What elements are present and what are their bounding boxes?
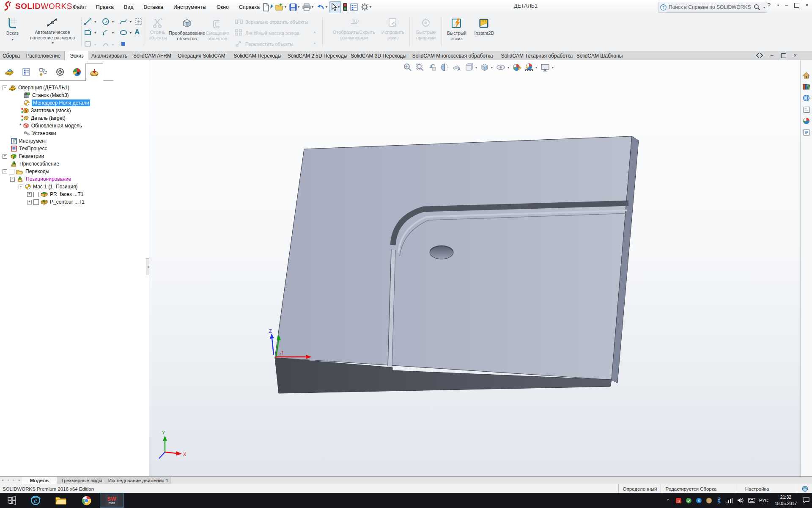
search-icon[interactable] [754,4,760,11]
tree-label[interactable]: Заготовка (stock) [31,108,71,113]
help-search-box[interactable]: ? Поиск в Справке по SOLIDWORKS ▾ [658,2,767,13]
tab-displaymanager[interactable] [69,64,85,80]
doc-restore-button[interactable] [781,53,786,58]
tray-icon-tan[interactable] [705,493,713,508]
rebuild-button[interactable] [342,2,348,13]
caret-icon[interactable]: ▾ [112,20,114,24]
caret-icon[interactable]: ▾ [94,31,96,35]
edit-appearance-icon[interactable] [512,63,521,72]
rapid-sketch-button[interactable]: Быстрый эскиз [444,17,469,41]
status-globe[interactable] [797,484,812,493]
p-contour-checkbox[interactable] [33,199,39,205]
menu-help[interactable]: Справка [234,0,265,14]
caret-icon[interactable]: ▾ [508,66,509,69]
tab-layout[interactable]: Расположение [22,51,65,60]
tray-icon-green[interactable] [684,493,693,508]
tree-label[interactable]: P_contour ...T1 [50,199,85,205]
tree-item-target[interactable]: Деталь (target) [0,114,149,122]
print-button[interactable]: ▾ [302,2,314,13]
tree-item-mac1[interactable]: - Мас 1 (1- Позиция) [0,183,149,190]
ellipse-tool[interactable] [119,28,128,37]
annotations-icon[interactable]: A [452,63,461,72]
appearances-sphere-icon[interactable] [802,117,810,125]
tab-solidcam-multiaxis[interactable]: SolidCAM Многоосевая обработка [409,51,497,60]
caret-icon[interactable]: ▾ [314,41,315,45]
tree-item-pr-faces[interactable]: + PR_faces ...T1 [0,190,149,198]
tab-solidcam-operation[interactable]: Операция SolidCAM [174,51,229,60]
pr-faces-checkbox[interactable] [33,192,39,197]
keyboard-icon[interactable] [747,493,756,508]
sketch-tool-extra2[interactable] [102,40,110,48]
language-indicator[interactable]: РУС [757,493,771,508]
tree-item-zero-manager[interactable]: Менеджер Ноля детали [0,99,149,107]
design-library-icon[interactable] [802,83,810,91]
taskbar-explorer-button[interactable] [49,493,73,508]
spline-tool[interactable] [119,17,128,26]
tab-dimxpertmanager[interactable] [52,64,69,80]
menu-window[interactable]: Окно [211,0,234,14]
display-style-icon[interactable]: ▾ [480,63,493,72]
zoom-area-icon[interactable] [415,63,425,72]
section-view-icon[interactable] [440,63,449,72]
action-center-icon[interactable] [801,493,811,508]
tree-item-setups[interactable]: Установки [0,130,149,137]
text-tool[interactable]: A [134,28,140,36]
tree-label[interactable]: Обновлённая модель [31,123,82,129]
close-button[interactable]: × [805,2,809,8]
tree-item-positioning[interactable]: - Позиционирование [0,175,149,183]
caret-icon[interactable]: ▾ [3,38,23,41]
tree-label[interactable]: PR_faces ...T1 [50,191,83,197]
minimize-button[interactable]: – [785,2,788,8]
resources-home-icon[interactable] [802,71,810,79]
tree-item-geometries[interactable]: + Геометрии [0,152,149,160]
view-orientation-icon[interactable]: ▾ [464,63,477,72]
custom-properties-icon[interactable] [802,128,810,136]
caret-icon[interactable]: ▾ [94,43,96,47]
tree-item-techprocess[interactable]: ТехПроцесс [0,145,149,152]
tree-label[interactable]: Мас 1 (1- Позиция) [33,184,78,190]
autodimension-button[interactable]: Автоматическое нанесение размеров ▾ [25,17,80,45]
tab-scroll-last-button[interactable]: » [16,477,22,484]
sketch-tool-extra1[interactable] [84,40,92,48]
tree-label[interactable]: Деталь (target) [31,115,66,121]
circle-tool[interactable] [102,17,110,26]
caret-icon[interactable]: ▾ [271,5,272,9]
instant2d-button[interactable]: Instant2D [470,17,498,36]
tree-label[interactable]: Инструмент [19,138,47,144]
previous-view-icon[interactable] [428,63,437,72]
caret-icon[interactable]: ▾ [314,30,315,34]
tab-propertymanager[interactable] [18,64,35,80]
tree-label[interactable]: Станок (Mach3) [32,92,69,98]
volume-icon[interactable] [736,493,745,508]
file-explorer-globe-icon[interactable] [802,94,810,102]
expand-icon[interactable]: + [27,192,32,197]
tray-icon-red[interactable]: S [674,493,683,508]
sketch-tool-extra3[interactable] [119,40,128,48]
tree-item-transitions[interactable]: - Переходы [0,168,149,175]
status-settings[interactable]: Настройка [736,484,778,493]
menu-file[interactable]: Файл [68,0,91,14]
open-document-button[interactable]: ▾ [274,2,287,13]
menu-view[interactable]: Вид [119,0,139,14]
expand-icon[interactable]: + [3,154,7,159]
tab-motion-study[interactable]: Исследование движения 1 [107,477,170,484]
new-document-button[interactable]: ▾ [261,2,273,13]
caret-icon[interactable]: ▾ [491,66,493,69]
tree-item-operation[interactable]: - Операция (ДЕТАЛЬ1) [0,84,149,91]
caret-icon[interactable]: ▾ [552,66,554,69]
sketch-button[interactable]: Эскиз ▾ [2,17,23,41]
tree-item-machine[interactable]: Станок (Mach3) [0,91,149,99]
tree-label-selected[interactable]: Менеджер Ноля детали [32,99,90,106]
arc-tool[interactable] [102,28,110,37]
save-button[interactable]: ▾ [288,2,300,13]
collapse-icon[interactable]: - [19,185,23,189]
caret-icon[interactable]: ▾ [298,5,299,9]
tree-item-fixture[interactable]: Приспособление [0,160,149,168]
tree-item-updated-model[interactable]: * Обновлённая модель [0,122,149,130]
caret-icon[interactable]: ▾ [130,31,132,35]
tree-label[interactable]: Приспособление [19,161,59,167]
caret-icon[interactable]: ▾ [112,31,114,35]
tab-assembly[interactable]: Сборка [0,51,23,60]
caret-icon[interactable]: ▾ [777,3,779,7]
collapse-icon[interactable]: - [3,86,7,90]
